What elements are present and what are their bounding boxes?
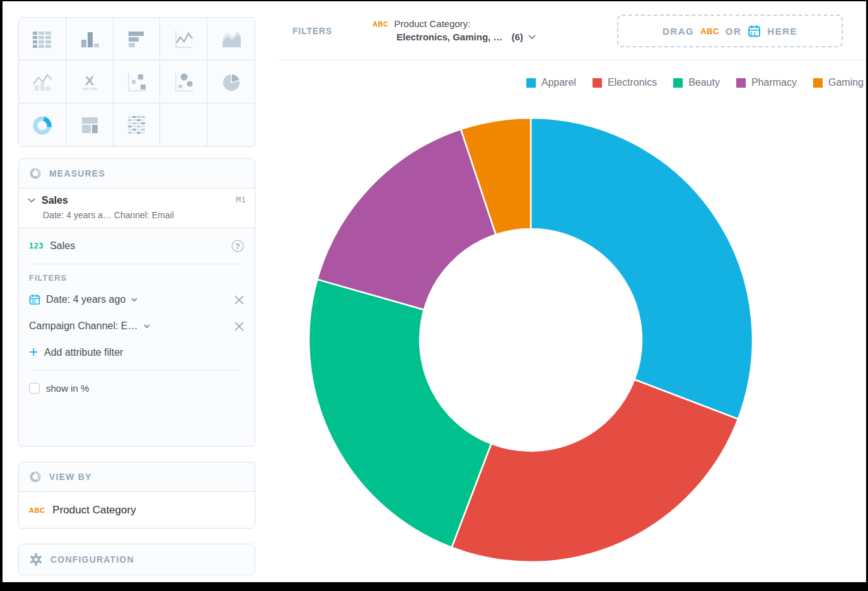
chart-type-headline[interactable]: X (66, 61, 113, 103)
svg-text:31: 31 (750, 30, 757, 36)
table-icon (30, 26, 55, 52)
view-by-attribute-label: Product Category (52, 504, 136, 517)
pie-chart-icon (219, 69, 244, 95)
metric-label: Sales (50, 240, 224, 252)
legend-item-electronics[interactable]: Electronics (593, 77, 657, 88)
filter-campaign-dropdown[interactable]: Campaign Channel: E… (29, 320, 228, 332)
legend-swatch (593, 78, 602, 88)
measures-panel: MEASURES Sales M1 Date: 4 years a… Chann… (18, 158, 255, 447)
calendar-icon: 31 (29, 294, 40, 305)
attribute-chip-title: Product Category: (394, 18, 470, 29)
filters-section-label: FILTERS (29, 273, 245, 283)
legend-item-gaming[interactable]: Gaming (813, 77, 864, 88)
chevron-down-icon (131, 298, 137, 302)
legend-swatch (736, 78, 746, 88)
remove-filter-icon[interactable] (234, 321, 245, 332)
help-icon[interactable]: ? (231, 239, 245, 253)
chart-type-bubble[interactable] (160, 61, 207, 103)
add-attribute-filter-label: Add attribute filter (44, 347, 123, 358)
treemap-icon (77, 112, 102, 138)
area-chart-icon (219, 26, 244, 52)
measure-subtitle: Date: 4 years a… Channel: Email (43, 210, 246, 220)
attribute-filter-chip[interactable]: ABC Product Category: Electronics, Gamin… (373, 18, 536, 42)
add-attribute-filter-button[interactable]: + Add attribute filter (29, 339, 245, 366)
chart-type-heatmap[interactable] (113, 103, 161, 146)
chart-type-empty-1 (160, 103, 207, 146)
chart-type-bar[interactable] (113, 18, 161, 61)
attribute-token-icon: ABC (373, 20, 388, 28)
chart-type-area[interactable] (207, 18, 255, 61)
filter-drop-zone[interactable]: DRAG ABC OR 31 HERE (617, 15, 843, 47)
chart-type-table[interactable] (19, 18, 66, 61)
filter-campaign-label: Campaign Channel: E… (29, 320, 138, 332)
combo-chart-icon (30, 69, 55, 95)
view-by-attribute-item[interactable]: ABC Product Category (19, 492, 255, 529)
chart-type-scatter[interactable] (113, 61, 161, 103)
attribute-token-icon: ABC (700, 26, 719, 36)
column-chart-icon (77, 26, 102, 52)
configuration-header-label: CONFIGURATION (50, 554, 134, 565)
chart-type-treemap[interactable] (66, 103, 113, 146)
filter-campaign-channel: Campaign Channel: E… (29, 313, 245, 339)
measure-title: Sales (42, 195, 68, 206)
plus-icon: + (29, 344, 38, 360)
view-by-panel: VIEW BY ABC Product Category (18, 462, 255, 529)
chevron-down-icon[interactable] (28, 198, 35, 203)
dropzone-word-or: OR (726, 26, 742, 37)
chart-type-pie[interactable] (207, 61, 255, 103)
chart-area: FILTERS ABC Product Category: Electronic… (278, 1, 866, 582)
filter-date-dropdown[interactable]: 31 Date: 4 years ago (29, 294, 228, 305)
legend-swatch (526, 78, 536, 88)
svg-text:31: 31 (32, 299, 37, 303)
bar-chart-icon (124, 26, 149, 52)
measures-header-label: MEASURES (49, 168, 105, 178)
svg-text:X: X (85, 73, 94, 88)
chart-type-donut[interactable] (19, 103, 66, 146)
legend-label: Beauty (688, 77, 720, 88)
view-by-header: VIEW BY (19, 462, 255, 492)
legend-item-beauty[interactable]: Beauty (673, 77, 720, 88)
donut-section-icon (29, 471, 42, 483)
chart-legend: ApparelElectronicsBeautyPharmacyGaming (526, 77, 864, 88)
numeric-token-icon: 123 (29, 242, 43, 250)
attribute-chip-selection: Electronics, Gaming, … (396, 32, 502, 42)
view-by-header-label: VIEW BY (49, 472, 92, 482)
show-in-percent-checkbox[interactable] (29, 383, 40, 394)
legend-label: Electronics (608, 77, 657, 88)
line-chart-icon (171, 26, 196, 52)
dropzone-word-drag: DRAG (663, 26, 694, 37)
scatter-plot-icon (124, 69, 149, 95)
legend-item-apparel[interactable]: Apparel (526, 77, 576, 88)
donut-section-icon (29, 167, 42, 180)
chart-type-empty-2 (207, 103, 255, 146)
metric-row-sales[interactable]: 123 Sales ? (29, 232, 245, 260)
measure-item-sales[interactable]: Sales M1 Date: 4 years a… Channel: Email (19, 189, 255, 228)
configuration-header[interactable]: CONFIGURATION (19, 544, 255, 575)
donut-slice-beauty[interactable] (309, 279, 491, 547)
app-window: X (3, 1, 866, 582)
heatmap-icon (124, 112, 149, 138)
measures-header: MEASURES (19, 159, 255, 189)
legend-swatch (813, 78, 823, 88)
configuration-panel[interactable]: CONFIGURATION (18, 544, 255, 575)
measure-tag: M1 (236, 195, 246, 204)
legend-swatch (673, 78, 683, 88)
donut-slice-electronics[interactable] (452, 380, 738, 562)
filter-date: 31 Date: 4 years ago (29, 286, 245, 313)
legend-item-pharmacy[interactable]: Pharmacy (736, 77, 797, 88)
chart-type-line[interactable] (160, 18, 207, 61)
donut-slice-apparel[interactable] (531, 118, 753, 419)
remove-filter-icon[interactable] (234, 295, 245, 305)
chevron-down-icon (144, 324, 150, 329)
donut-chart-icon (30, 112, 55, 138)
donut-chart (304, 113, 758, 567)
gear-icon (29, 553, 43, 566)
divider (32, 264, 242, 264)
bubble-chart-icon (171, 69, 196, 95)
dropzone-word-here: HERE (767, 26, 797, 37)
chart-type-column[interactable] (66, 18, 113, 61)
attribute-chip-count: (6) (511, 32, 523, 42)
legend-label: Gaming (828, 77, 864, 88)
svg-text:?: ? (235, 242, 240, 251)
chart-type-combo[interactable] (19, 61, 66, 103)
